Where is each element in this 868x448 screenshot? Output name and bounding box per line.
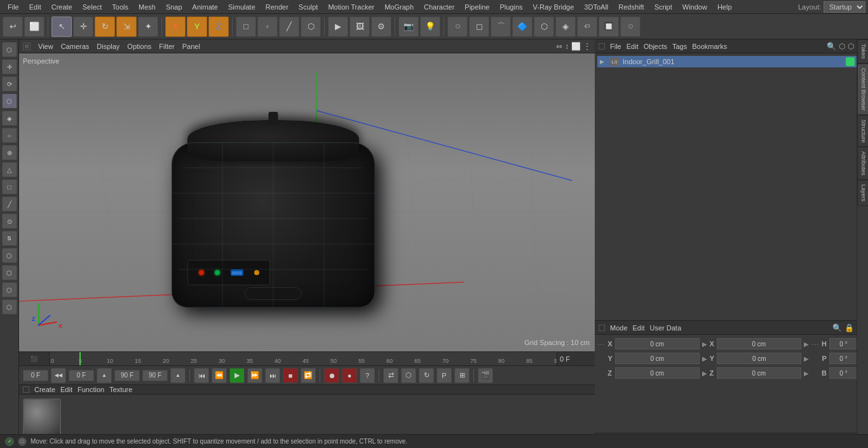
attr-lock-icon[interactable]: 🔒 [844, 323, 854, 332]
attr-x-pos-input[interactable] [615, 338, 700, 350]
sidebar-btn-3[interactable]: ⟳ [2, 76, 17, 92]
menu-simulate[interactable]: Simulate [223, 2, 261, 12]
structure-tab[interactable]: Structure [857, 115, 868, 147]
object-row-grill[interactable]: ▶ L0 Indoor_Grill_001 [597, 56, 865, 67]
attr-y-arrow[interactable]: ▶ [702, 355, 707, 362]
y-axis-btn[interactable]: Y [187, 17, 207, 37]
preview-end-input[interactable] [142, 370, 168, 381]
obj-menu-tags[interactable]: Tags [672, 43, 687, 50]
sidebar-btn-4[interactable]: ⬡ [2, 93, 17, 109]
menu-character[interactable]: Character [419, 2, 459, 12]
layers-tab[interactable]: Layers [857, 180, 868, 206]
timeline-ruler[interactable]: ⬛ 0 5 10 15 20 25 30 35 40 45 [19, 351, 595, 365]
attr-z2-arrow[interactable]: ▶ [804, 370, 809, 377]
attr-userdata-menu[interactable]: User Data [650, 324, 682, 332]
rotate-pb-btn[interactable]: ↻ [419, 368, 434, 383]
preview-up[interactable]: ▲ [170, 368, 186, 383]
sidebar-btn-1[interactable]: ⬡ [2, 42, 17, 57]
grid-pb-btn[interactable]: ⊞ [454, 368, 470, 383]
attr-z-arrow[interactable]: ▶ [702, 370, 707, 377]
sidebar-btn-10[interactable]: ╱ [2, 196, 17, 212]
go-to-end-btn[interactable]: ⏭ [265, 368, 280, 383]
end-frame-input[interactable] [114, 370, 140, 381]
sidebar-btn-12[interactable]: S [2, 231, 17, 246]
takes-tab[interactable]: Takes [857, 39, 868, 64]
viewport-menu-filter[interactable]: Filter [159, 43, 174, 50]
status-icon-2[interactable]: □ [18, 437, 27, 446]
viewport-icon-expand[interactable]: ⇔ [556, 42, 562, 51]
menu-plugins[interactable]: Plugins [494, 2, 527, 12]
polygon-mode-btn[interactable]: ⬡ [301, 17, 321, 37]
attr-y-pos-input[interactable] [615, 353, 700, 364]
loop-btn[interactable]: 🔁 [301, 368, 316, 383]
render-settings-btn[interactable]: ⚙ [371, 17, 391, 37]
step-back-btn[interactable]: ⏪ [212, 368, 227, 383]
viewport-menu-display[interactable]: Display [97, 43, 119, 50]
obj-menu-file[interactable]: File [610, 43, 621, 50]
go-to-start-btn[interactable]: ◀◀ [51, 368, 66, 383]
menu-snap[interactable]: Snap [161, 2, 187, 12]
scale-pb-btn[interactable]: ⬡ [401, 368, 416, 383]
z-axis-btn[interactable]: Z [208, 17, 229, 37]
attr-x-size-input[interactable] [717, 338, 801, 350]
menu-animate[interactable]: Animate [187, 2, 223, 12]
attr-edit-menu[interactable]: Edit [633, 324, 645, 332]
xref-btn[interactable]: ⬡ [620, 17, 641, 37]
obj-filter-icon[interactable]: ⬡ [848, 42, 854, 51]
obj-menu-edit[interactable]: Edit [627, 43, 639, 50]
menu-select[interactable]: Select [78, 2, 107, 12]
stop-btn[interactable]: ■ [283, 368, 298, 383]
transform-tool[interactable]: ✦ [138, 17, 158, 37]
menu-sculpt[interactable]: Sculpt [294, 2, 323, 12]
menu-redshift[interactable]: Redshift [613, 2, 649, 12]
play-btn[interactable]: ▶ [229, 368, 245, 383]
obj-menu-bookmarks[interactable]: Bookmarks [692, 43, 727, 50]
live-btn[interactable]: ● [342, 368, 357, 383]
timeline-track-area[interactable]: 0 5 10 15 20 25 30 35 40 45 50 55 60 65 [50, 352, 557, 365]
deformer-btn[interactable]: 🔷 [512, 17, 532, 37]
render-view-btn[interactable]: ▶ [328, 17, 348, 37]
status-icon-1[interactable]: ✓ [5, 437, 14, 446]
attr-z-size-input[interactable] [717, 367, 801, 379]
viewport-menu-view[interactable]: View [38, 43, 53, 50]
sidebar-btn-8[interactable]: △ [2, 162, 17, 177]
cube-btn[interactable]: ◻ [469, 17, 489, 37]
obj-menu-objects[interactable]: Objects [644, 43, 667, 50]
menu-script[interactable]: Script [649, 2, 677, 12]
light-btn[interactable]: 💡 [420, 17, 440, 37]
move-pb-btn[interactable]: ⇄ [383, 368, 398, 383]
pivot-btn[interactable]: P [437, 368, 452, 383]
effector-btn[interactable]: ◈ [555, 17, 576, 37]
go-to-beginning-btn[interactable]: ⏮ [194, 368, 209, 383]
obj-search-icon[interactable]: 🔍 [827, 42, 836, 51]
sidebar-btn-14[interactable]: ⬡ [2, 265, 17, 280]
menu-mograph[interactable]: MoGraph [379, 2, 419, 12]
obj-sort-icon[interactable]: ⬡ [839, 42, 845, 51]
sidebar-btn-16[interactable]: ⬡ [2, 299, 17, 315]
start-frame-input[interactable] [23, 370, 48, 381]
step-forward-btn[interactable]: ⏩ [247, 368, 262, 383]
menu-pipeline[interactable]: Pipeline [459, 2, 494, 12]
viewport-icon-fullscreen[interactable]: ⬜ [571, 42, 581, 51]
undo-button[interactable]: ↩ [3, 17, 23, 37]
sidebar-btn-9[interactable]: □ [2, 179, 17, 194]
edge-mode-btn[interactable]: ╱ [279, 17, 299, 37]
sidebar-btn-5[interactable]: ◈ [2, 111, 17, 126]
layout-dropdown[interactable]: Startup [824, 1, 865, 13]
mat-texture-menu[interactable]: Texture [109, 386, 132, 393]
redo-button[interactable]: ⬜ [24, 17, 44, 37]
attributes-tab[interactable]: Attributes [857, 147, 868, 180]
camera-btn[interactable]: 📷 [398, 17, 419, 37]
menu-motion-tracker[interactable]: Motion Tracker [323, 2, 379, 12]
viewport-menu-options[interactable]: Options [127, 43, 151, 50]
menu-file[interactable]: File [3, 2, 24, 12]
menu-tools[interactable]: Tools [107, 2, 133, 12]
floor-btn[interactable]: ⬡ [447, 17, 468, 37]
viewport-icon-sync[interactable]: ↕ [565, 42, 569, 51]
attr-x2-arrow[interactable]: ▶ [804, 341, 809, 348]
record-btn[interactable]: ⏺ [324, 368, 339, 383]
frame-input-up[interactable]: ▲ [97, 368, 112, 383]
viewport-icon-settings[interactable]: ⋮ [583, 42, 591, 51]
menu-render[interactable]: Render [261, 2, 294, 12]
mat-create-menu[interactable]: Create [34, 386, 55, 393]
